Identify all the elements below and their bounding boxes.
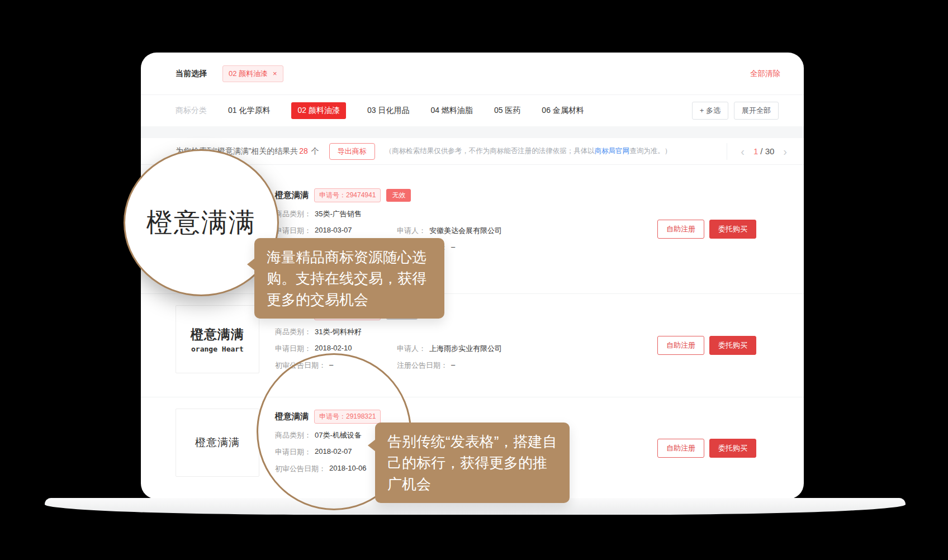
- application-number-label: 申请号：: [319, 191, 346, 199]
- entrust-purchase-button[interactable]: 委托购买: [709, 336, 756, 355]
- selected-filter-tag[interactable]: 02 颜料油漆 ×: [222, 65, 283, 82]
- total-pages: / 30: [760, 146, 774, 156]
- trademark-image-text: 橙意满满: [191, 326, 244, 343]
- field-value: 2018-03-07: [315, 226, 352, 236]
- field-category: 商品类别：31类-饲料种籽: [275, 327, 362, 337]
- trademark-name[interactable]: 橙意满满: [275, 190, 309, 201]
- disclaimer-text-end: 查询为准。）: [629, 147, 671, 155]
- field-label: 商品类别：: [275, 209, 311, 219]
- field-line: 申请日期：2018-03-07 申请人：安徽美达会展有限公司: [275, 226, 502, 236]
- field-line: 商品类别：31类-饲料种籽: [275, 327, 502, 337]
- category-item-01[interactable]: 01 化学原料: [228, 106, 270, 116]
- callout-marketplace: 海量精品商标资源随心选购。支持在线交易，获得更多的交易机会: [254, 238, 444, 319]
- category-item-03[interactable]: 03 日化用品: [367, 106, 409, 116]
- trademark-image-subtext: orange Heart: [191, 345, 244, 353]
- self-register-button[interactable]: 自助注册: [657, 220, 704, 239]
- category-item-05[interactable]: 05 医药: [494, 106, 520, 116]
- callout-promotion: 告别传统“发表格”，搭建自己的标行，获得更多的推广机会: [375, 423, 570, 503]
- category-item-04[interactable]: 04 燃料油脂: [430, 106, 472, 116]
- trademark-image-text: 橙意满满: [195, 435, 240, 450]
- category-bar: 商标分类 01 化学原料 02 颜料油漆 03 日化用品 04 燃料油脂 05 …: [141, 95, 804, 126]
- trademark-name-line: 橙意满满 申请号：29474941 无效: [275, 188, 502, 202]
- self-register-button[interactable]: 自助注册: [657, 439, 704, 458]
- current-page: 1: [753, 146, 758, 156]
- trademark-office-link[interactable]: 商标局官网: [595, 147, 630, 155]
- callout-arrow-icon: [368, 439, 376, 452]
- field-value: 35类-广告销售: [315, 209, 362, 219]
- field-label: 商品类别：: [275, 327, 311, 337]
- field-applicant: 申请人：安徽美达会展有限公司: [397, 226, 502, 236]
- field-apply-date: 申请日期：2018-02-10: [275, 344, 397, 354]
- field-label: 申请人：: [397, 226, 426, 236]
- application-number-badge: 申请号：29474941: [314, 188, 381, 202]
- field-label: 申请日期：: [275, 226, 311, 236]
- field-value: 31类-饲料种籽: [315, 327, 362, 337]
- row-actions-3: 自助注册 委托购买: [657, 439, 756, 458]
- magnified-trademark-text: 橙意满满: [146, 205, 256, 240]
- entrust-purchase-button[interactable]: 委托购买: [709, 220, 756, 239]
- section-divider-band: [141, 126, 804, 138]
- field-register-notice-date: 注册公告日期：–: [397, 360, 455, 371]
- trademark-row-2: 橙意满满 orange Heart 橙意满满 申请号：29482153 已注册 …: [141, 294, 804, 397]
- trademark-image-3[interactable]: 橙意满满: [176, 409, 259, 477]
- field-value: 2018-02-10: [315, 344, 352, 354]
- category-bar-label: 商标分类: [176, 106, 207, 116]
- field-label: 申请日期：: [275, 344, 311, 354]
- category-item-06[interactable]: 06 金属材料: [542, 106, 584, 116]
- results-disclaimer: （商标检索结果仅供参考，不作为商标能否注册的法律依据；具体以商标局官网查询为准。…: [385, 146, 672, 156]
- row-actions-1: 自助注册 委托购买: [657, 220, 756, 239]
- results-count: 28: [299, 146, 308, 155]
- prev-page-icon[interactable]: ‹: [738, 146, 747, 157]
- field-value: 上海雨步实业有限公司: [429, 344, 502, 354]
- field-label: 注册公告日期：: [397, 360, 448, 371]
- selected-filter-tag-label: 02 颜料油漆: [229, 69, 268, 79]
- field-apply-date: 申请日期：2018-03-07: [275, 226, 397, 236]
- category-actions: + 多选 展开全部: [692, 102, 779, 120]
- self-register-button[interactable]: 自助注册: [657, 336, 704, 355]
- field-category: 商品类别：35类-广告销售: [275, 209, 362, 219]
- results-summary-suffix: 个: [311, 146, 319, 155]
- current-selection-label: 当前选择: [176, 69, 207, 79]
- row-actions-2: 自助注册 委托购买: [657, 336, 756, 355]
- pagination: ‹ 1/ 30 ›: [727, 143, 789, 160]
- trademark-image-2[interactable]: 橙意满满 orange Heart: [176, 305, 259, 373]
- callout-arrow-icon: [247, 258, 255, 270]
- field-value: 安徽美达会展有限公司: [429, 226, 502, 236]
- clear-all-button[interactable]: 全部清除: [750, 69, 780, 79]
- field-line: 申请日期：2018-02-10 申请人：上海雨步实业有限公司: [275, 344, 502, 354]
- status-badge-invalid: 无效: [386, 189, 411, 202]
- field-value: –: [451, 243, 455, 253]
- current-selection-bar: 当前选择 02 颜料油漆 × 全部清除: [141, 53, 804, 95]
- page-indicator: 1/ 30: [753, 146, 774, 156]
- expand-all-button[interactable]: 展开全部: [734, 102, 779, 120]
- field-applicant: 申请人：上海雨步实业有限公司: [397, 344, 502, 354]
- field-line: 商品类别：35类-广告销售: [275, 209, 502, 219]
- multi-select-button[interactable]: + 多选: [692, 102, 728, 120]
- field-label: 申请人：: [397, 344, 426, 354]
- disclaimer-text: （商标检索结果仅供参考，不作为商标能否注册的法律依据；具体以: [385, 147, 595, 155]
- next-page-icon[interactable]: ›: [781, 146, 789, 157]
- callout-text: 告别传统“发表格”，搭建自己的标行，获得更多的推广机会: [387, 433, 557, 492]
- callout-text: 海量精品商标资源随心选购。支持在线交易，获得更多的交易机会: [267, 249, 426, 308]
- field-value: –: [451, 360, 455, 371]
- export-trademarks-button[interactable]: 导出商标: [329, 143, 375, 160]
- category-item-02-active[interactable]: 02 颜料油漆: [291, 102, 345, 119]
- application-number-value: 29474941: [346, 191, 376, 199]
- entrust-purchase-button[interactable]: 委托购买: [709, 439, 756, 458]
- remove-filter-icon[interactable]: ×: [273, 70, 277, 77]
